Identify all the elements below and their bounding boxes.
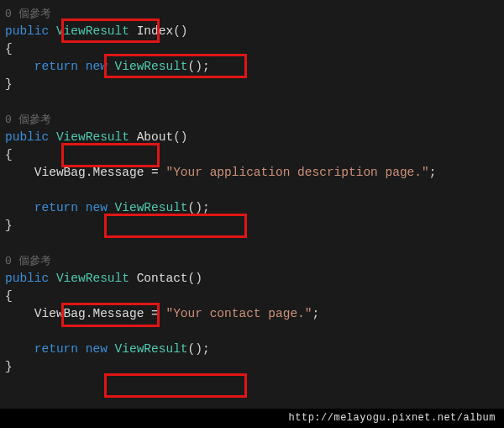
brace-open: { [5, 289, 13, 303]
code-editor[interactable]: 0 個參考 public ViewResult Index() { return… [0, 0, 504, 409]
ctor-type: ViewResult [115, 342, 188, 356]
method-name-index: Index [137, 24, 174, 38]
method-name-about: About [137, 130, 174, 144]
ctor-tail: (); [188, 342, 210, 356]
brace-open: { [5, 148, 13, 161]
kw-new: new [86, 342, 108, 356]
ctor-type: ViewResult [115, 201, 188, 214]
brace-close: } [5, 77, 13, 91]
kw-return: return [34, 60, 78, 73]
brace-close: } [5, 219, 13, 232]
paren-contact: () [188, 272, 202, 285]
kw-return: return [34, 201, 78, 214]
semicolon: ; [429, 166, 437, 179]
return-type-contact: ViewResult [56, 272, 129, 285]
viewbag-assign: ViewBag.Message = [34, 307, 166, 320]
return-type-index: ViewResult [56, 24, 129, 38]
kw-public: public [5, 130, 49, 144]
viewbag-assign: ViewBag.Message = [34, 166, 166, 179]
kw-return: return [34, 342, 78, 356]
ctor-tail: (); [188, 60, 210, 73]
codelens-refs[interactable]: 0 個參考 [5, 8, 51, 20]
method-name-contact: Contact [137, 272, 188, 285]
return-type-about: ViewResult [56, 130, 129, 144]
paren-index: () [173, 24, 187, 38]
brace-open: { [5, 42, 13, 55]
ctor-tail: (); [188, 201, 210, 214]
kw-public: public [5, 272, 49, 285]
semicolon: ; [312, 307, 319, 320]
kw-public: public [5, 24, 49, 38]
string-contact: "Your contact page." [165, 307, 312, 320]
watermark-text: http://melayogu.pixnet.net/album [289, 412, 496, 424]
ctor-type: ViewResult [115, 60, 188, 73]
kw-new: new [86, 60, 108, 73]
kw-new: new [86, 201, 108, 214]
watermark-footer: http://melayogu.pixnet.net/album [0, 409, 504, 428]
string-about: "Your application description page." [165, 166, 428, 179]
codelens-refs[interactable]: 0 個參考 [5, 114, 51, 126]
codelens-refs[interactable]: 0 個參考 [5, 255, 51, 267]
brace-close: } [5, 360, 13, 373]
paren-about: () [173, 130, 187, 144]
